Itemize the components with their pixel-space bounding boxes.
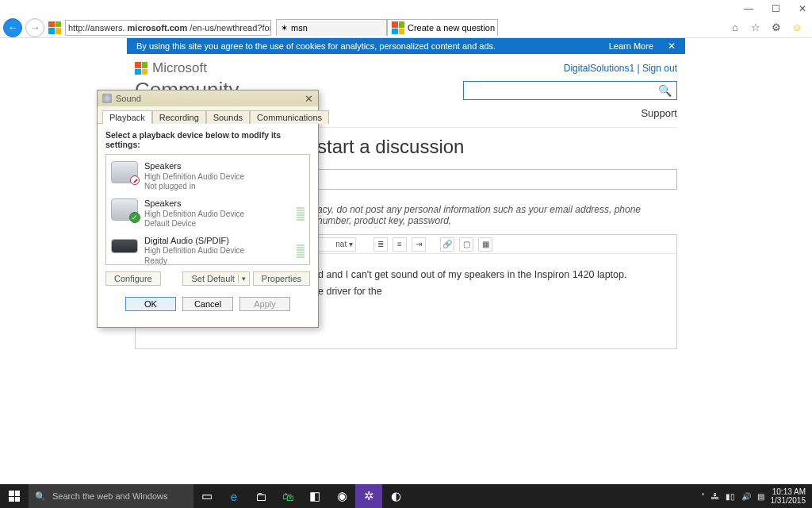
feedback-icon[interactable]: ☺ — [790, 21, 804, 35]
favicon-icon — [48, 21, 62, 35]
account-links: DigitalSolutions1 | Sign out — [564, 63, 677, 74]
tab-favicon-icon: ✶ — [281, 23, 288, 33]
system-tray: ˄ 🖧 ▮▯ 🔊 ▤ 10:13 AM 1/31/2015 — [701, 487, 813, 506]
cookie-banner: By using this site you agree to the use … — [127, 38, 685, 54]
dialog-titlebar[interactable]: Sound ✕ — [98, 90, 318, 106]
cancel-button[interactable]: Cancel — [182, 297, 233, 311]
device-name: Digital Audio (S/PDIF) — [144, 236, 244, 247]
search-icon[interactable]: 🔍 — [658, 84, 672, 97]
address-bar[interactable]: http://answers.microsoft.com/en-us/newth… — [65, 20, 271, 36]
dialog-instruction: Select a playback device below to modify… — [105, 130, 310, 149]
device-item[interactable]: Speakers High Definition Audio Device De… — [109, 195, 306, 233]
insert-link-button[interactable]: 🔗 — [440, 237, 454, 252]
tab-favicon-icon — [392, 21, 404, 34]
tab-sounds[interactable]: Sounds — [206, 110, 250, 124]
window-close-button[interactable]: ✕ — [796, 2, 809, 15]
window-titlebar: — ☐ ✕ — [0, 0, 812, 17]
tab-communications[interactable]: Communications — [250, 110, 329, 124]
url-host: microsoft.com — [128, 23, 188, 33]
device-item[interactable]: Digital Audio (S/PDIF) High Definition A… — [109, 233, 306, 270]
tab-label: Create a new question or st... — [408, 23, 498, 33]
tray-notifications-icon[interactable]: ▤ — [757, 492, 764, 501]
device-list[interactable]: Speakers High Definition Audio Device No… — [105, 154, 310, 265]
task-view-button[interactable]: ▭ — [193, 484, 220, 508]
level-meter-icon — [297, 198, 304, 221]
tray-network-icon[interactable]: 🖧 — [711, 492, 719, 501]
device-item[interactable]: Speakers High Definition Audio Device No… — [109, 158, 306, 195]
tab-msn[interactable]: ✶ msn — [276, 19, 387, 36]
nav-forward-button[interactable]: → — [25, 18, 44, 37]
sound-icon — [102, 94, 112, 103]
taskbar-search-placeholder: Search the web and Windows — [52, 491, 168, 501]
device-name: Speakers — [144, 198, 244, 210]
indent-button[interactable]: ⇥ — [412, 237, 426, 252]
tab-playback[interactable]: Playback — [102, 110, 152, 124]
device-status: Ready — [144, 256, 244, 267]
sound-dialog: Sound ✕ Playback Recording Sounds Commun… — [97, 90, 319, 328]
spdif-icon — [111, 239, 138, 253]
taskbar: 🔍 Search the web and Windows ▭ e 🗀 🛍 ◧ ◉… — [0, 484, 812, 508]
insert-image-button[interactable]: ▢ — [459, 237, 473, 252]
microsoft-logo-icon — [135, 62, 147, 75]
properties-button[interactable]: Properties — [253, 271, 310, 286]
signout-link[interactable]: Sign out — [642, 63, 677, 74]
tab-create-question[interactable]: Create a new question or st... ✕ — [387, 19, 498, 36]
taskbar-store-icon[interactable]: 🛍 — [274, 484, 301, 508]
taskbar-search-input[interactable]: 🔍 Search the web and Windows — [29, 484, 193, 508]
cookie-close-button[interactable]: ✕ — [668, 40, 676, 52]
favorites-icon[interactable]: ☆ — [749, 21, 763, 35]
apply-button[interactable]: Apply — [239, 297, 290, 311]
speaker-icon — [111, 161, 138, 183]
start-button[interactable] — [0, 484, 29, 508]
site-search-input[interactable]: 🔍 — [463, 81, 677, 100]
tray-overflow-button[interactable]: ˄ — [701, 492, 705, 501]
taskbar-app-icon[interactable]: ✲ — [355, 484, 382, 508]
dialog-title: Sound — [116, 94, 141, 103]
taskbar-chrome-icon[interactable]: ◉ — [328, 484, 355, 508]
cookie-message: By using this site you agree to the use … — [136, 41, 496, 51]
window-maximize-button[interactable]: ☐ — [769, 2, 782, 15]
bullet-list-button[interactable]: ≣ — [373, 237, 388, 252]
url-prefix: http://answers. — [68, 23, 125, 33]
cookie-learn-more-link[interactable]: Learn More — [609, 41, 653, 51]
tray-battery-icon[interactable]: ▮▯ — [726, 492, 735, 501]
device-status: Default Device — [144, 219, 244, 229]
device-driver: High Definition Audio Device — [144, 246, 244, 256]
taskbar-apps: ▭ e 🗀 🛍 ◧ ◉ ✲ ◐ — [193, 484, 409, 508]
clock-time: 10:13 AM — [771, 487, 806, 497]
subject-input[interactable] — [317, 169, 677, 190]
ok-button[interactable]: OK — [125, 297, 176, 311]
nav-back-button[interactable]: ← — [3, 18, 22, 37]
browser-toolbar: ← → http://answers.microsoft.com/en-us/n… — [0, 17, 812, 38]
clock-date: 1/31/2015 — [771, 496, 806, 506]
set-default-button[interactable]: Set Default — [182, 271, 249, 286]
settings-icon[interactable]: ⚙ — [769, 21, 783, 35]
tab-strip: ✶ msn Create a new question or st... ✕ — [276, 19, 498, 36]
insert-table-button[interactable]: ▦ — [478, 237, 492, 252]
numbered-list-button[interactable]: ≡ — [393, 237, 407, 252]
nav-support-link[interactable]: Support — [641, 107, 677, 119]
window-minimize-button[interactable]: — — [742, 2, 755, 15]
dialog-close-button[interactable]: ✕ — [304, 93, 313, 105]
tab-recording[interactable]: Recording — [152, 110, 206, 124]
taskbar-ie-icon[interactable]: e — [220, 484, 247, 508]
device-driver: High Definition Audio Device — [144, 172, 244, 183]
username-link[interactable]: DigitalSolutions1 — [564, 63, 634, 74]
taskbar-explorer-icon[interactable]: 🗀 — [247, 484, 274, 508]
device-status: Not plugged in — [144, 182, 244, 192]
taskbar-app-icon[interactable]: ◐ — [382, 484, 409, 508]
speaker-icon — [111, 198, 138, 221]
level-meter-icon — [297, 236, 304, 258]
taskbar-clock[interactable]: 10:13 AM 1/31/2015 — [771, 487, 806, 506]
search-icon: 🔍 — [35, 491, 46, 502]
configure-button[interactable]: Configure — [105, 271, 161, 286]
format-dropdown[interactable]: nat ▾ — [318, 237, 356, 252]
tray-volume-icon[interactable]: 🔊 — [741, 492, 751, 501]
tab-label: msn — [291, 23, 308, 33]
browser-actions: ⌂ ☆ ⚙ ☺ — [728, 21, 809, 35]
microsoft-logo[interactable]: Microsoft — [135, 60, 207, 76]
home-icon[interactable]: ⌂ — [728, 21, 742, 35]
device-driver: High Definition Audio Device — [144, 210, 244, 220]
taskbar-app-icon[interactable]: ◧ — [301, 484, 328, 508]
editor-line: d and I can't get sound out of my speake… — [318, 267, 665, 283]
